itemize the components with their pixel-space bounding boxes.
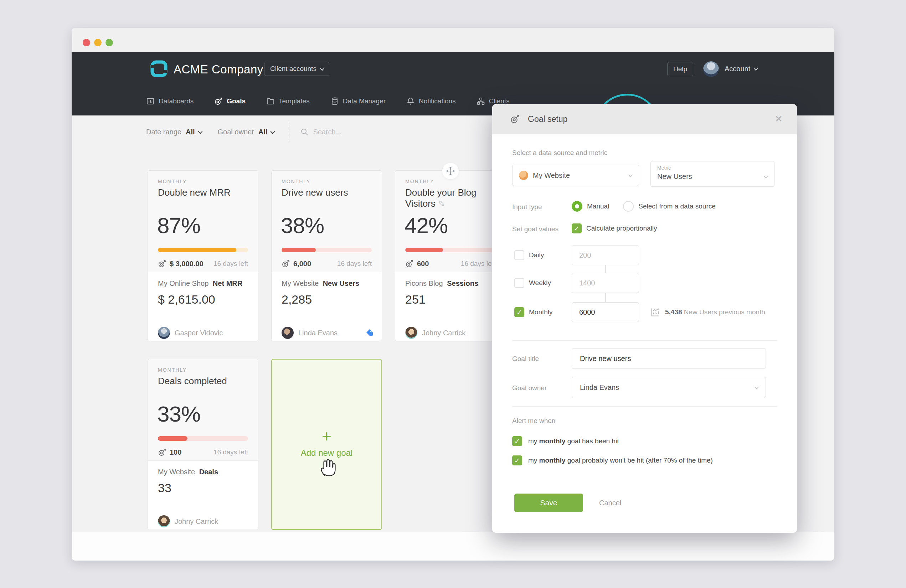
modal-header: Goal setup ✕: [492, 104, 797, 134]
progress-fill: [405, 248, 443, 252]
alert-hit-checkbox[interactable]: ✓: [512, 436, 522, 446]
owner-avatar: [282, 327, 293, 339]
chevron-down-icon: [764, 174, 769, 178]
save-button[interactable]: Save: [514, 494, 583, 512]
days-left: 16 days left: [337, 260, 372, 268]
goal-owner-dropdown[interactable]: Linda Evans: [572, 377, 766, 398]
goal-card-double-blog-visitors[interactable]: MONTHLY Double your Blog Visitors ✎ 42% …: [395, 171, 506, 341]
goal-card-deals-completed[interactable]: MONTHLY Deals completed 33% 100 16: [148, 359, 258, 530]
screen: ACME Company Client accounts Help Accoun…: [0, 0, 906, 588]
add-new-goal-label: Add new goal: [272, 448, 381, 458]
close-icon[interactable]: ✕: [775, 113, 783, 125]
input-type-radios: Manual Select from a data source: [572, 201, 716, 212]
radio-manual[interactable]: [572, 201, 582, 212]
client-accounts-dropdown[interactable]: Client accounts: [264, 62, 329, 76]
metric-name: Net MRR: [213, 279, 242, 287]
account-menu[interactable]: Account: [724, 65, 757, 73]
help-button[interactable]: Help: [667, 62, 693, 76]
goal-owner-value: All: [258, 128, 268, 136]
goal-setup-modal: Goal setup ✕ Select a data source and me…: [492, 104, 797, 533]
previous-month-text: New Users previous month: [684, 308, 765, 316]
goal-title-input[interactable]: [572, 348, 766, 369]
monthly-checkbox[interactable]: ✓: [514, 307, 524, 317]
search-box: [300, 127, 391, 136]
nav-data-manager[interactable]: Data Manager: [330, 97, 386, 105]
nav-databoards[interactable]: Databoards: [146, 97, 193, 105]
alert-miss-checkbox[interactable]: ✓: [512, 456, 522, 465]
add-new-goal-card[interactable]: + Add new goal: [271, 359, 382, 530]
window-footer: [72, 532, 834, 561]
monthly-label: Monthly: [529, 308, 553, 316]
period-badge: MONTHLY: [158, 178, 187, 184]
search-icon: [300, 127, 309, 136]
templates-icon: [266, 97, 275, 105]
period-badge: MONTHLY: [405, 178, 434, 184]
metric-value: New Users: [657, 172, 692, 181]
tag-icon[interactable]: [365, 328, 374, 337]
monthly-value-input[interactable]: [572, 302, 639, 322]
date-range-filter[interactable]: Date range All: [146, 128, 201, 136]
calculate-proportionally-row: ✓ Calculate proportionally: [572, 223, 657, 233]
goal-card-drive-new-users[interactable]: MONTHLY Drive new users 38% 6,000 1: [271, 171, 382, 341]
data-source-value: My Website: [533, 171, 570, 180]
alert-section-label: Alert me when: [512, 417, 555, 425]
close-window-button[interactable]: [83, 39, 90, 46]
metric-name: Sessions: [447, 279, 478, 287]
goal-owner-filter[interactable]: Goal owner All: [218, 128, 274, 136]
connector-line: [605, 265, 606, 273]
days-left: 16 days left: [214, 260, 248, 268]
goal-target: $ 3,000.00: [158, 260, 204, 268]
edit-icon[interactable]: ✎: [438, 199, 445, 209]
search-input[interactable]: [313, 128, 391, 136]
owner-name: Linda Evans: [298, 329, 338, 337]
minimize-window-button[interactable]: [94, 39, 102, 46]
goal-title: Double your Blog Visitors ✎: [405, 187, 497, 210]
help-label: Help: [673, 65, 687, 73]
move-icon: [446, 166, 455, 176]
owner-name: Johny Carrick: [422, 329, 466, 337]
cancel-button[interactable]: Cancel: [599, 494, 621, 512]
nav-notifications[interactable]: Notifications: [406, 97, 456, 105]
account-avatar[interactable]: [703, 61, 719, 77]
radio-data-source[interactable]: [623, 201, 634, 212]
owner-name: Johny Carrick: [175, 518, 218, 526]
metric-row: Picons Blog Sessions: [405, 279, 478, 288]
chevron-down-icon: [754, 384, 759, 389]
progress-percent: 33%: [157, 401, 200, 427]
nav-label: Templates: [279, 97, 310, 105]
nav-goals[interactable]: Goals: [214, 97, 246, 105]
weekly-checkbox[interactable]: [514, 278, 524, 288]
goal-owner-label: Goal owner: [218, 128, 254, 136]
data-source-dropdown[interactable]: My Website: [512, 165, 639, 186]
metric-row: My Online Shop Net MRR: [158, 279, 242, 288]
target-icon: [510, 114, 520, 124]
databoards-icon: [146, 97, 155, 105]
progress-fill: [282, 248, 316, 252]
radio-data-source-label: Select from a data source: [638, 202, 716, 210]
current-value: 251: [405, 293, 426, 306]
drag-handle[interactable]: [442, 163, 459, 179]
weekly-value-input[interactable]: [572, 273, 639, 293]
metric-row: My Website New Users: [282, 279, 359, 288]
metric-label: Metric: [657, 165, 767, 171]
owner-avatar: [158, 515, 170, 527]
filter-separator: [289, 122, 289, 142]
maximize-window-button[interactable]: [105, 39, 113, 46]
daily-value-input[interactable]: [572, 245, 639, 265]
period-badge: MONTHLY: [282, 178, 310, 184]
target-icon: [405, 260, 414, 268]
progress-bar: [282, 248, 372, 252]
nav-templates[interactable]: Templates: [266, 97, 310, 105]
days-left: 16 days left: [461, 260, 495, 268]
metric-dropdown[interactable]: Metric New Users: [651, 161, 775, 187]
calculate-checkbox[interactable]: ✓: [572, 223, 582, 233]
chevron-down-icon: [628, 172, 633, 177]
alert-row-goal-miss: ✓ my monthly goal probably won't be hit …: [512, 456, 713, 465]
window-titlebar: [72, 28, 834, 52]
progress-bar: [405, 248, 495, 252]
main-nav: Databoards Goals Templates: [146, 93, 510, 109]
daily-checkbox[interactable]: [514, 250, 524, 260]
weekly-row: Weekly: [514, 278, 551, 288]
goal-card-double-new-mrr[interactable]: MONTHLY Double new MRR 87% $ 3,000.00: [148, 171, 258, 341]
modal-title: Goal setup: [528, 115, 568, 124]
